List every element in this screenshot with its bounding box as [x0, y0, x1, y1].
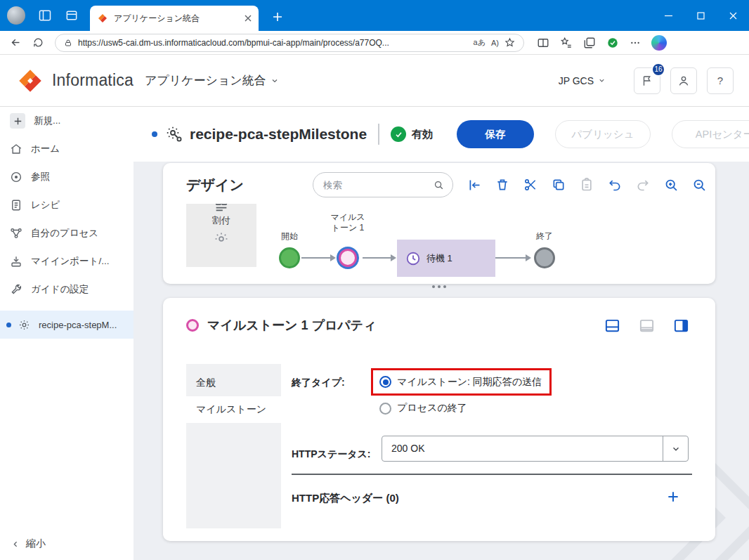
milestone-icon — [186, 319, 199, 332]
split-screen-icon[interactable] — [537, 37, 549, 49]
dock-collapse-icon[interactable] — [633, 312, 660, 339]
wait-step-node[interactable]: 待機 1 — [397, 240, 495, 277]
window-minimize-button[interactable] — [652, 0, 684, 31]
design-panel: デザイン — [163, 163, 715, 284]
assignment-icon — [214, 204, 229, 213]
connector — [495, 257, 526, 259]
save-button[interactable]: 保存 — [457, 120, 534, 148]
delete-icon[interactable] — [491, 174, 514, 197]
sidebar: 新規... ホーム 参照 レシピ 自分のプロセス — [0, 107, 134, 560]
properties-form: 終了タイプ: マイルストーン: 同期応答の送信 プロセスの終了 HTTPステータ… — [292, 364, 692, 528]
highlight-box: マイルストーン: 同期応答の送信 — [371, 368, 552, 396]
help-button[interactable]: ? — [707, 67, 734, 94]
palette-item-assignment[interactable]: 割付 — [186, 204, 256, 267]
sidebar-item-open-process[interactable]: recipe-pca-stepM... — [0, 311, 133, 339]
window-close-button[interactable] — [717, 0, 749, 31]
go-to-start-icon[interactable] — [463, 174, 486, 197]
radio-label: マイルストーン: 同期応答の送信 — [397, 376, 542, 389]
milestone-node[interactable] — [339, 249, 357, 267]
radio-milestone-sync-response[interactable] — [379, 376, 391, 388]
radio-label: プロセスの終了 — [397, 402, 467, 415]
active-indicator-dot — [152, 131, 157, 137]
dock-right-icon[interactable] — [667, 312, 694, 339]
browse-icon — [10, 171, 22, 183]
section-divider — [292, 474, 692, 475]
publish-button[interactable]: パブリッシュ — [555, 120, 651, 148]
main-content: recipe-pca-stepMilestone 有効 保存 パブリッシュ AP… — [133, 107, 749, 560]
divider — [378, 124, 379, 145]
browser-essentials-icon[interactable] — [606, 37, 619, 49]
clock-icon — [405, 251, 421, 266]
sidebar-item-guide-settings[interactable]: ガイドの設定 — [0, 275, 133, 304]
brand-name: Informatica — [52, 71, 133, 90]
radio-end-process[interactable] — [379, 403, 391, 415]
sidebar-item-home[interactable]: ホーム — [0, 135, 133, 163]
copy-icon[interactable] — [547, 174, 571, 197]
favorite-star-icon[interactable] — [504, 37, 515, 48]
flag-icon — [641, 74, 653, 87]
notification-badge: 16 — [651, 63, 665, 77]
browser-titlebar: アプリケーション統合 — [0, 0, 749, 31]
sidebar-collapse-button[interactable]: 縮小 — [11, 538, 46, 550]
process-gear-icon — [18, 319, 30, 331]
user-button[interactable] — [670, 67, 697, 94]
end-node[interactable] — [534, 247, 555, 268]
sidebar-item-browse[interactable]: 参照 — [0, 163, 133, 191]
properties-panel: マイルストーン 1 プロパティ 全般 マイルストーン 終了タイプ: マイルストー… — [163, 298, 715, 541]
browser-tab[interactable]: アプリケーション統合 — [90, 6, 259, 31]
browser-addressbar: https://usw5-cai.dm-us.informaticacloud.… — [0, 31, 749, 55]
design-title: デザイン — [186, 176, 244, 195]
new-tab-button[interactable] — [268, 8, 287, 26]
url-bar[interactable]: https://usw5-cai.dm-us.informaticacloud.… — [55, 34, 524, 52]
http-status-select[interactable]: 200 OK — [382, 436, 689, 462]
org-selector[interactable]: JP GCS — [559, 75, 606, 86]
tab-general[interactable]: 全般 — [186, 370, 281, 396]
read-aloud-icon[interactable]: A) — [491, 39, 499, 47]
paste-icon[interactable] — [575, 174, 599, 197]
refresh-icon[interactable] — [33, 37, 44, 48]
document-icon — [10, 199, 22, 211]
process-title: recipe-pca-stepMilestone — [190, 126, 367, 143]
tab-milestone[interactable]: マイルストーン — [186, 396, 281, 423]
browser-profile-avatar[interactable] — [7, 6, 25, 25]
url-text[interactable]: https://usw5-cai.dm-us.informaticacloud.… — [78, 38, 468, 48]
panel-resize-handle[interactable] — [163, 285, 715, 288]
more-options-icon[interactable] — [630, 37, 641, 48]
collections-icon[interactable] — [583, 37, 596, 49]
undo-icon[interactable] — [604, 174, 627, 197]
api-center-button[interactable]: APIセンター — [672, 120, 749, 148]
add-header-button[interactable] — [663, 486, 684, 507]
sidebar-item-my-processes[interactable]: 自分のプロセス — [0, 219, 133, 247]
notifications-button[interactable]: 16 — [634, 67, 660, 94]
favorites-hub-icon[interactable] — [560, 37, 573, 49]
process-canvas[interactable]: 割付 開始 マイルストーン 1 待機 1 — [163, 204, 715, 284]
milestone-node-label: マイルストーン 1 — [329, 212, 367, 233]
palette-label: 割付 — [212, 214, 230, 227]
properties-title: マイルストーン 1 プロパティ — [207, 317, 377, 334]
tab-close-icon[interactable] — [245, 15, 252, 22]
sidebar-item-recipe[interactable]: レシピ — [0, 191, 133, 219]
back-icon[interactable] — [10, 37, 22, 48]
window-maximize-button[interactable] — [684, 0, 717, 31]
process-flow-icon — [10, 227, 22, 240]
sidebar-item-new[interactable]: 新規... — [0, 107, 133, 135]
chevron-down-icon[interactable] — [663, 436, 688, 461]
zoom-out-icon[interactable] — [688, 174, 711, 197]
search-input[interactable] — [322, 179, 429, 191]
palette-gear-icon — [214, 231, 229, 247]
translate-icon[interactable]: aあ — [474, 37, 486, 48]
start-node[interactable] — [279, 247, 300, 268]
sidebar-item-my-imports[interactable]: マイインポート/... — [0, 247, 133, 275]
app-title-menu[interactable]: アプリケーション統合 — [145, 72, 279, 89]
workspaces-icon[interactable] — [65, 8, 79, 22]
properties-tab-column: 全般 マイルストーン — [186, 364, 281, 528]
cut-icon[interactable] — [519, 174, 542, 197]
connector — [301, 257, 331, 259]
home-icon — [10, 143, 22, 155]
process-header: recipe-pca-stepMilestone 有効 保存 パブリッシュ AP… — [133, 107, 749, 162]
copilot-icon[interactable] — [651, 35, 667, 51]
redo-icon[interactable] — [632, 174, 655, 197]
vertical-tabs-icon[interactable] — [38, 8, 52, 22]
zoom-in-icon[interactable] — [660, 174, 683, 197]
dock-bottom-icon[interactable] — [599, 312, 625, 339]
